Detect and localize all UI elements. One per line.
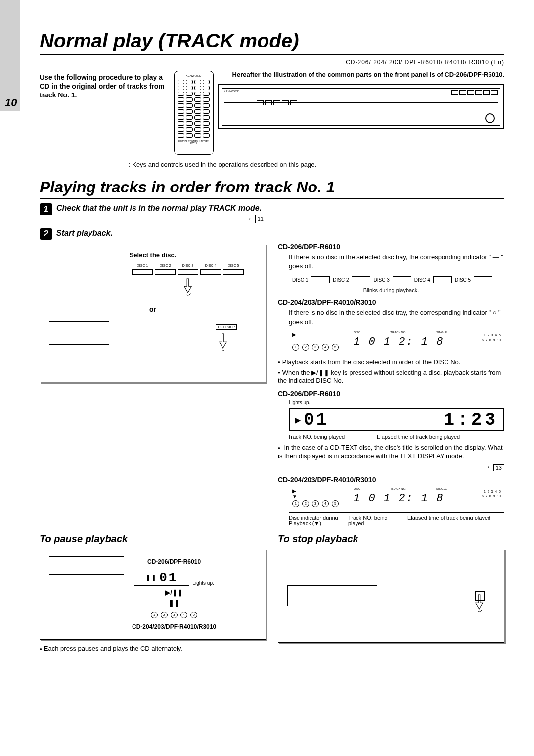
bullet-1: Playback starts from the disc selected i… [278,358,504,367]
mini-front-stop [287,585,377,606]
subtitle-rule [40,198,504,199]
disc-skip-button[interactable]: DISC SKIP [216,324,237,330]
bullet-2: When the ▶/❚❚ key is pressed without sel… [278,369,504,385]
panel-note: Hereafter the illustration of the common… [218,71,504,79]
bullet-3-text: In the case of a CD-TEXT disc, the disc'… [278,444,503,460]
left-column: 1 Check that the unit is in the normal p… [40,203,266,526]
lcd-elapsed: 1:23 [444,410,498,430]
hand-pointer-icon-2 [214,333,232,353]
pause-stop-row: To pause playback CD-206/DPF-R6010 ❚❚ 01… [40,533,504,652]
step-2: 2 Start playback. [40,228,266,240]
side-tab [0,0,20,111]
disc-4-button[interactable] [200,269,221,275]
model-head-1: CD-206/DPF-R6010 [278,243,504,251]
disc-lbl2: DISC [354,487,360,490]
lcd-main-display: ▶ 01 1:23 [289,408,504,431]
under-labels-1: Track NO. being played Elapsed time of t… [278,434,504,440]
step-1-label: Check that the unit is in the normal pla… [56,204,262,212]
intro-row: Use the following procedure to play a CD… [40,71,504,155]
bullet-3: In the case of a CD-TEXT disc, the disc'… [278,444,504,461]
disc-lbl: DISC [354,331,360,334]
disc-5-button[interactable] [223,269,244,275]
under-elapsed: Elapsed time of track being played [377,434,460,440]
title-rule [40,54,504,55]
track-lbl: TRACK NO. [390,331,406,334]
disc-4-label: DISC 4 [200,264,221,267]
hand-pointer-icon-3 [470,594,488,614]
remote-illustration: KENWOOD REMOTE CONTROL UNIT RC-P0513 [174,71,214,155]
illustration-row: KENWOOD REMOTE CONTROL UNIT RC-P0513 Her… [174,71,504,155]
disc-3-button[interactable] [178,269,198,275]
panel-brand: KENWOOD [224,90,240,93]
disc-2-button[interactable] [155,269,176,275]
page-ref-13: 13 [493,464,504,471]
m2-text: If there is no disc in the selected disc… [278,308,504,326]
model-header: CD-206/ 204/ 203/ DPF-R6010/ R4010/ R301… [40,59,504,66]
stop-button-illus [465,581,495,611]
d5: DISC 5 [455,277,471,283]
intro-text: Use the following procedure to play a CD… [40,71,166,100]
select-disc-label: Select the disc. [49,251,257,259]
pause-circles: 12345 [151,612,197,618]
remote-brand: KENWOOD [178,74,210,77]
select-disc-diagram: Select the disc. DISC 1 DISC 2 DISC 3 DI… [40,244,266,382]
play-icon: ▶ [292,332,296,337]
disc-1-label: DISC 1 [132,264,153,267]
step-1-badge: 1 [40,203,52,215]
lcd-display-3: ▶▼ DISCTRACK NO.SINGLE 12345 1 0 1 2: 1 … [289,486,504,513]
or-label: or [49,305,257,313]
disc-label-row: DISC 1 DISC 2 DISC 3 DISC 4 DISC 5 [119,264,257,267]
page-number: 10 [5,96,17,109]
pause-model-2: CD-204/203/DPF-R4010/R3010 [132,623,216,630]
pause-note: Each press pauses and plays the CD alter… [40,645,266,652]
disc-3-label: DISC 3 [178,264,198,267]
stop-diagram [278,549,504,643]
pause-title: To pause playback [40,533,266,545]
page-title: Normal play (TRACK mode) [40,30,504,52]
track-grid: 1 2 3 4 5 6 7 8 9 10 [482,333,501,343]
disc-circles-2: 12345 [292,500,339,507]
model-head-2: CD-204/203/DPF-R4010/R3010 [278,298,504,306]
pause-symbol: ❚❚ [169,599,179,607]
pause-column: To pause playback CD-206/DPF-R6010 ❚❚ 01… [40,533,266,652]
single-lbl: SINGLE [436,331,447,334]
track-grid-2: 1 2 3 4 5 6 7 8 9 10 [482,489,501,499]
play-pause-key-label: ▶/❚❚ [165,589,183,596]
single-lbl2: SINGLE [436,487,447,490]
model-head-3: CD-206/DPF-R6010 [278,390,504,398]
lights-up-2: Lights up. [192,580,214,586]
step-1-text: Check that the unit is in the normal pla… [56,203,266,224]
blinks-note: Blinks during playback. [278,287,504,293]
disc-1-button[interactable] [132,269,153,275]
mini-front-pause [49,556,124,575]
mini-panel-2 [49,321,109,345]
mini-panel-1 [49,264,109,287]
d4: DISC 4 [414,277,430,283]
lcd2-numbers: 1 0 1 2: 1 8 [354,336,444,348]
m1-text: If there is no disc in the selected disc… [278,253,504,271]
under-elapsed-2: Elapsed time of track being played [407,515,490,526]
illustration-caption: : Keys and controls used in the operatio… [40,161,504,168]
d2: DISC 2 [333,277,349,283]
front-panel-illustration: KENWOOD [218,84,504,129]
section-subtitle: Playing tracks in order from track No. 1 [40,178,504,196]
page-ref-11: 11 [255,215,266,223]
stop-column: To stop playback [278,533,504,652]
disc-ind-label: Disc indicator during Playback (▼) [289,515,338,526]
disc-indicator-strip-1: DISC 1 DISC 2 DISC 3 DISC 4 DISC 5 [289,274,504,285]
lcd-track-no: 01 [304,410,329,430]
jog-dial-icon [485,113,495,123]
model-head-4: CD-204/203/DPF-R4010/R3010 [278,476,504,484]
track-lbl2: TRACK NO. [390,487,406,490]
step-2-text: Start playback. [56,228,266,238]
d3: DISC 3 [373,277,389,283]
manual-page: 10 Normal play (TRACK mode) CD-206/ 204/… [0,0,534,756]
disc-button-row [119,269,257,275]
play-icon-2: ▶▼ [292,488,297,499]
stop-inner [287,556,495,635]
disc-5-label: DISC 5 [223,264,244,267]
step-2-badge: 2 [40,228,52,240]
pause-icon: ❚❚ [146,573,157,582]
pause-lcd-track: 01 [159,570,178,585]
pause-diagram: CD-206/DPF-R6010 ❚❚ 01 Lights up. ▶/❚❚ ❚… [40,549,266,640]
